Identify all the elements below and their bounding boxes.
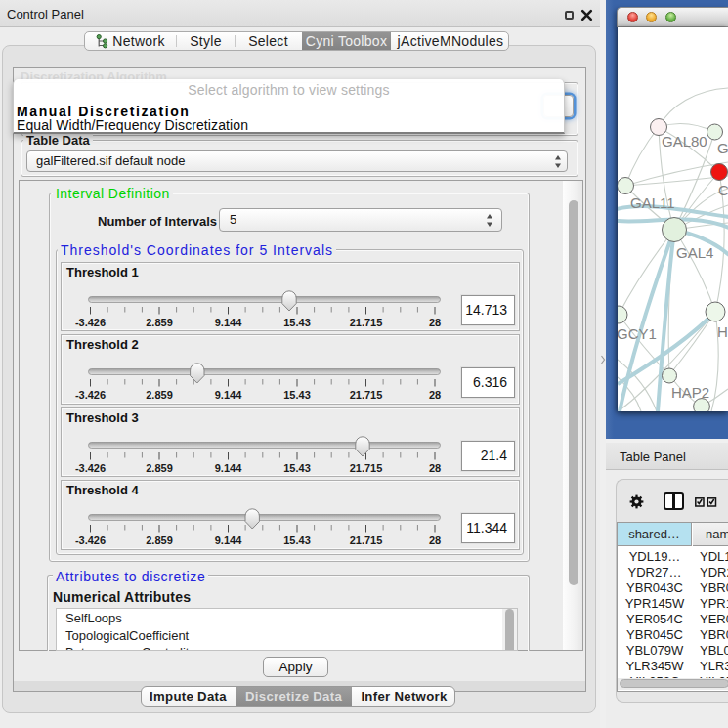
svg-text:21.715: 21.715 (350, 389, 383, 401)
svg-text:GAL4: GAL4 (676, 244, 713, 261)
svg-text:28: 28 (429, 317, 441, 328)
svg-text:GAL80: GAL80 (662, 133, 707, 150)
svg-text:GCY1: GCY1 (618, 325, 657, 342)
svg-text:2.859: 2.859 (146, 389, 173, 401)
svg-text:-3.426: -3.426 (75, 535, 106, 546)
svg-text:H: H (717, 323, 728, 340)
svg-text:21.715: 21.715 (350, 535, 383, 546)
svg-text:28: 28 (429, 462, 441, 474)
svg-text:2.859: 2.859 (146, 317, 173, 328)
svg-text:-3.426: -3.426 (75, 317, 106, 328)
svg-text:2.859: 2.859 (146, 462, 173, 474)
svg-text:15.43: 15.43 (283, 389, 311, 401)
svg-text:21.715: 21.715 (350, 462, 383, 474)
svg-text:15.43: 15.43 (283, 317, 311, 328)
svg-text:15.43: 15.43 (283, 462, 311, 474)
svg-text:15.43: 15.43 (283, 535, 311, 546)
svg-text:9.144: 9.144 (215, 462, 242, 474)
svg-text:28: 28 (429, 535, 441, 546)
svg-text:9.144: 9.144 (215, 317, 242, 328)
svg-text:-3.426: -3.426 (75, 462, 106, 474)
svg-text:HAP2: HAP2 (671, 384, 709, 401)
svg-text:9.144: 9.144 (215, 389, 242, 401)
svg-text:C: C (718, 182, 728, 198)
svg-text:-3.426: -3.426 (75, 389, 106, 401)
svg-text:GA: GA (717, 140, 728, 156)
svg-text:28: 28 (429, 389, 441, 401)
svg-text:GAL11: GAL11 (630, 194, 675, 211)
svg-text:9.144: 9.144 (215, 535, 242, 546)
svg-text:2.859: 2.859 (146, 535, 173, 546)
svg-text:21.715: 21.715 (350, 317, 383, 328)
